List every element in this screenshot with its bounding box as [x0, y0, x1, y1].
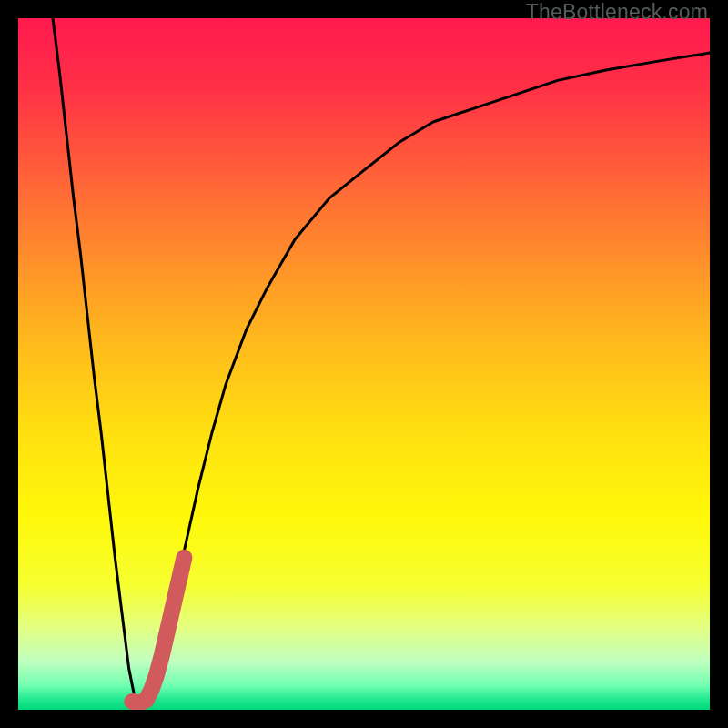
- chart-svg: [18, 18, 710, 710]
- watermark-text: TheBottleneck.com: [526, 0, 708, 25]
- plot-area: [18, 18, 710, 710]
- chart-frame: TheBottleneck.com: [0, 0, 728, 728]
